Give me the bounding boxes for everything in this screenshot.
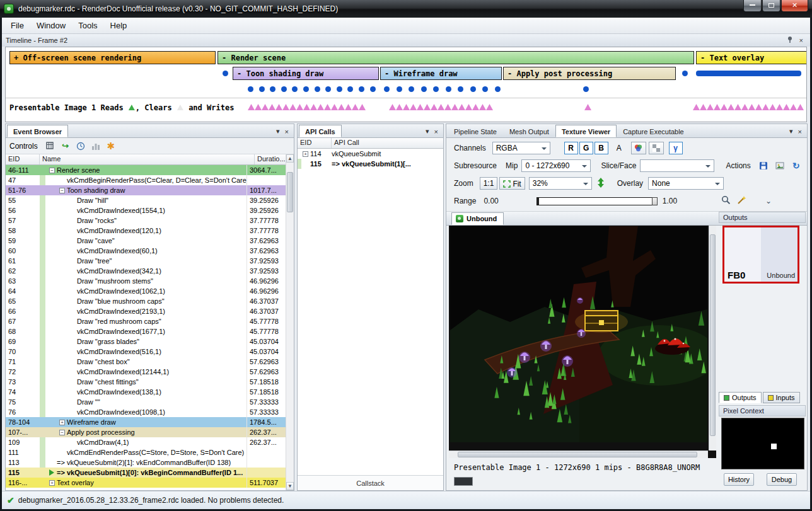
event-row[interactable]: 116-...+Text overlay511.7037	[6, 478, 286, 488]
event-row[interactable]: 78-104+Wireframe draw1784.5...	[6, 417, 286, 427]
event-row[interactable]: 75Draw ""57.33333	[6, 397, 286, 407]
tab-inputs[interactable]: Inputs	[763, 392, 800, 403]
api-calls-column-header[interactable]: EID API Call	[298, 138, 443, 149]
timeline-draw-dot[interactable]	[248, 86, 253, 92]
export-image-icon[interactable]	[772, 159, 787, 172]
timeline-draw-dot[interactable]	[682, 71, 688, 76]
event-row[interactable]: 57Draw "rocks"37.77778	[6, 215, 286, 226]
color-wheel-icon[interactable]	[631, 142, 646, 154]
tab-texture-viewer[interactable]: Texture Viewer	[555, 125, 617, 137]
event-row[interactable]: 51-76−Toon shading draw1017.7...	[6, 185, 286, 195]
menu-file[interactable]: File	[4, 19, 30, 32]
clock-icon[interactable]	[74, 141, 87, 152]
find-icon[interactable]	[44, 141, 57, 152]
api-call-row[interactable]: 115=> vkQueueSubmit(1)[...	[298, 159, 443, 169]
picker-wand-icon[interactable]	[737, 195, 746, 207]
event-row[interactable]: 72vkCmdDrawIndexed(12144,1)57.62963	[6, 367, 286, 377]
range-handle-left[interactable]	[537, 198, 539, 205]
gamma-button[interactable]: γ	[669, 142, 683, 154]
tab-pipeline-state[interactable]: Pipeline State	[448, 125, 503, 137]
bookmark-star-icon[interactable]: ✱	[105, 141, 117, 152]
tab-api-calls[interactable]: API Calls	[299, 125, 342, 137]
event-row[interactable]: 107-...−Apply post processing262.37...	[6, 427, 286, 437]
timeline-bar-wireframe[interactable]: - Wireframe draw	[380, 67, 502, 80]
timeline-draw-dot[interactable]	[421, 86, 427, 92]
overlay-select[interactable]: None	[648, 177, 724, 190]
event-row[interactable]: 59Draw "cave"37.62963	[6, 236, 286, 246]
event-row[interactable]: 63Draw "mushroom stems"46.96296	[6, 276, 286, 286]
close-button[interactable]: ✕	[781, 0, 808, 12]
timeline-draw-dot[interactable]	[359, 86, 364, 92]
event-row[interactable]: 73Draw "chest fittings"57.18518	[6, 377, 286, 387]
event-row[interactable]: 47vkCmdBeginRenderPass(C=Clear, D=Clear,…	[6, 175, 286, 185]
timeline-draw-dot[interactable]	[433, 86, 439, 92]
event-browser-column-header[interactable]: EID Name Duratio...	[6, 154, 294, 165]
event-row[interactable]: 71Draw "chest box"57.62963	[6, 357, 286, 367]
timeline-draw-dot[interactable]	[370, 86, 376, 92]
event-row[interactable]: 113=> vkQueueSubmit(2)[1]: vkEndCommandB…	[6, 457, 286, 468]
chevron-down-icon[interactable]: ▾	[423, 127, 432, 135]
timeline-draw-dot[interactable]	[470, 86, 476, 92]
timeline-draw-dot[interactable]	[223, 71, 228, 76]
timeline-bar-render-scene[interactable]: - Render scene	[218, 51, 694, 64]
event-row[interactable]: 60vkCmdDrawIndexed(60,1)37.62963	[6, 246, 286, 256]
event-row[interactable]: 111vkCmdEndRenderPass(C=Store, D=Store, …	[6, 447, 286, 457]
pin-icon[interactable]	[784, 36, 796, 45]
tab-capture-executable[interactable]: Capture Executable	[617, 125, 690, 137]
tab-event-browser[interactable]: Event Browser	[7, 125, 68, 137]
menu-window[interactable]: Window	[30, 19, 72, 32]
collapse-box-icon[interactable]: −	[49, 168, 55, 173]
event-row[interactable]: 69Draw "grass blades"45.03704	[6, 336, 286, 347]
pixel-context-view[interactable]	[721, 418, 804, 469]
expand-box-icon[interactable]: +	[49, 480, 55, 486]
collapse-box-icon[interactable]: −	[59, 430, 65, 435]
fb0-thumbnail[interactable]: FB0 Unbound	[722, 226, 799, 284]
title-bar[interactable]: debugmarker.rdc - RenderDoc Unofficial r…	[0, 0, 812, 18]
timeline-draw-dot[interactable]	[397, 86, 402, 92]
chevron-down-icon[interactable]: ▾	[787, 127, 796, 135]
texture-hscrollbar[interactable]	[449, 451, 708, 458]
timeline-draw-dot[interactable]	[347, 86, 353, 92]
menu-tools[interactable]: Tools	[72, 19, 103, 32]
event-row[interactable]: 66vkCmdDrawIndexed(2193,1)46.37037	[6, 306, 286, 316]
timeline-draw-dot[interactable]	[337, 86, 342, 92]
timeline-draw-dot[interactable]	[482, 86, 488, 92]
event-row[interactable]: 65Draw "blue mushroom caps"46.37037	[6, 296, 286, 306]
channel-b-button[interactable]: B	[594, 142, 608, 154]
minimize-button[interactable]	[743, 0, 762, 12]
maximize-button[interactable]	[762, 0, 780, 12]
expand-box-icon[interactable]: +	[59, 420, 65, 425]
event-row[interactable]: 55Draw "hill"39.25926	[6, 195, 286, 205]
event-row[interactable]: 68vkCmdDrawIndexed(1677,1)45.77778	[6, 326, 286, 336]
texture-tab-unbound[interactable]: Unbound	[451, 212, 504, 225]
timeline-draw-dot[interactable]	[384, 86, 390, 92]
callstack-bar[interactable]: Callstack	[298, 475, 443, 490]
range-slider[interactable]	[536, 197, 658, 205]
api-call-row[interactable]: +114vkQueueSubmit	[298, 149, 443, 159]
save-icon[interactable]	[756, 159, 771, 172]
range-handle-right[interactable]	[652, 197, 658, 205]
collapse-box-icon[interactable]: −	[59, 188, 65, 193]
timeline-text-overlay-range[interactable]	[696, 71, 801, 76]
magnifier-icon[interactable]	[721, 195, 731, 207]
texture-vscrollbar[interactable]	[709, 226, 716, 451]
event-row[interactable]: 74vkCmdDrawIndexed(138,1)57.18518	[6, 387, 286, 397]
timeline-draw-dot[interactable]	[303, 86, 309, 92]
event-row[interactable]: 61Draw "tree"37.92593	[6, 256, 286, 266]
channel-g-button[interactable]: G	[579, 142, 593, 154]
timeline-draw-dot[interactable]	[409, 86, 414, 92]
mip-select[interactable]: 0 - 1272x690	[521, 159, 591, 172]
event-row[interactable]: 64vkCmdDrawIndexed(1062,1)46.96296	[6, 286, 286, 296]
channel-r-button[interactable]: R	[564, 142, 578, 154]
timeline-bar-offscreen[interactable]: + Off-screen scene rendering	[9, 51, 216, 64]
timeline-draw-dot[interactable]	[325, 86, 331, 92]
timeline-draw-dot[interactable]	[446, 86, 451, 92]
channel-a-button[interactable]: A	[612, 142, 626, 154]
timeline-bar-toon[interactable]: - Toon shading draw	[233, 67, 379, 80]
timeline-bar-text-overlay[interactable]: - Text overlay	[696, 51, 807, 64]
scroll-up-icon[interactable]: ▲	[286, 154, 294, 163]
timeline-draw-dot[interactable]	[315, 86, 320, 92]
event-row[interactable]: 62vkCmdDrawIndexed(342,1)37.92593	[6, 266, 286, 276]
timeline-draw-dot[interactable]	[292, 86, 298, 92]
zoom-percent-select[interactable]: 32%	[529, 177, 592, 190]
